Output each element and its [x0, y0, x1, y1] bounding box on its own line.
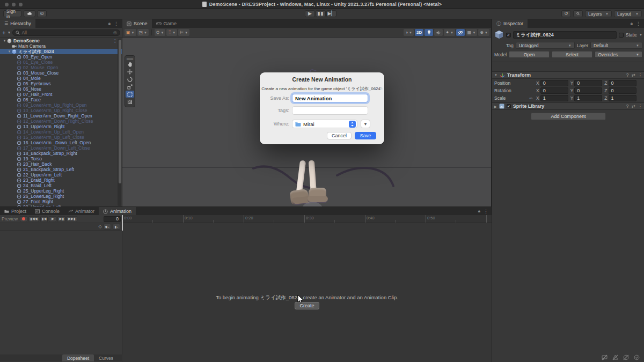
- prev-key-button[interactable]: ▮◀: [40, 216, 48, 222]
- hierarchy-item-row[interactable]: 09_LowerArm_Up_Right_Open: [0, 102, 122, 108]
- rect-tool-button[interactable]: [126, 91, 134, 98]
- transform-component-header[interactable]: ▼ Transform ? ⇄ ⋮: [492, 71, 644, 79]
- tab-inspector[interactable]: ⓘ Inspector: [492, 19, 528, 28]
- hierarchy-item-row[interactable]: 21_Backpack_Strap_Left: [0, 167, 122, 172]
- layer-dropdown[interactable]: Default▼: [590, 42, 642, 49]
- move-tool-button[interactable]: [126, 68, 134, 75]
- dopesheet-button[interactable]: Dopesheet: [62, 354, 94, 361]
- add-keyframe-button[interactable]: ◆₊: [104, 224, 111, 230]
- pause-button[interactable]: ▮▮: [316, 10, 326, 17]
- model-select-button[interactable]: Select: [552, 51, 592, 58]
- shading-mode-dropdown[interactable]: ◑▼: [404, 29, 414, 36]
- frame-field[interactable]: 0: [104, 216, 121, 222]
- hierarchy-item-row[interactable]: 13_UpperArm_Right: [0, 124, 122, 129]
- hierarchy-item-row[interactable]: 26_LowerLeg_Right: [0, 194, 122, 199]
- tab-project[interactable]: Project: [0, 207, 31, 216]
- scale-y-field[interactable]: 1: [574, 95, 602, 101]
- gizmos-dropdown[interactable]: ⊕▼: [478, 29, 489, 36]
- hierarchy-item-row[interactable]: 16_LowerArm _Down_Left_Open: [0, 140, 122, 145]
- cancel-button[interactable]: Cancel: [327, 132, 352, 139]
- position-z-field[interactable]: 0: [609, 80, 636, 86]
- lock-icon[interactable]: 🔒︎: [478, 209, 480, 214]
- rotation-y-field[interactable]: 0: [574, 87, 602, 94]
- lock-icon[interactable]: 🔒︎: [108, 21, 111, 26]
- save-button[interactable]: Save: [355, 132, 376, 139]
- sign-in-button[interactable]: Sign in: [3, 10, 21, 17]
- overrides-dropdown[interactable]: Overrides▼: [595, 51, 642, 58]
- hierarchy-item-row[interactable]: 24_Braid_Left: [0, 183, 122, 188]
- hierarchy-item-row[interactable]: 15_LowerArm_Up_Left_Close: [0, 135, 122, 140]
- help-icon[interactable]: ?: [626, 104, 629, 109]
- hierarchy-scene-row[interactable]: ▼DemoScene⋮: [0, 38, 122, 43]
- hierarchy-item-row[interactable]: 14_LowerArm_Up_Left_Open: [0, 129, 122, 135]
- snap-increment-dropdown[interactable]: ⊨▼: [178, 29, 189, 36]
- play-button[interactable]: ▶: [305, 10, 315, 17]
- hierarchy-item-row[interactable]: 18_Backpack_Strap_Right: [0, 151, 122, 156]
- hierarchy-item-row[interactable]: 19_Torso: [0, 156, 122, 161]
- hierarchy-item-row[interactable]: 12_LowerArm_Down_Right_Close: [0, 119, 122, 124]
- component-enabled-checkbox[interactable]: ✓: [507, 104, 511, 108]
- scale-tool-button[interactable]: [126, 83, 134, 90]
- first-key-button[interactable]: ▮◀◀: [28, 216, 39, 222]
- scale-z-field[interactable]: 1: [609, 95, 636, 101]
- kebab-menu-icon[interactable]: ⋮: [484, 209, 488, 214]
- where-dropdown[interactable]: Mirai: [292, 120, 357, 128]
- hierarchy-item-row[interactable]: 03_Mouse_Close: [0, 70, 122, 76]
- hierarchy-item-row[interactable]: 22_UpperArm_Left: [0, 172, 122, 178]
- hierarchy-item-row[interactable]: 06_Nose: [0, 86, 122, 92]
- search-button[interactable]: [573, 10, 583, 17]
- presets-icon[interactable]: ⇄: [631, 104, 635, 109]
- hierarchy-item-row[interactable]: 08_Face: [0, 97, 122, 102]
- window-controls[interactable]: [5, 3, 23, 6]
- audio-toggle-button[interactable]: [434, 29, 443, 36]
- add-component-button[interactable]: Add Component: [531, 113, 606, 120]
- kebab-menu-icon[interactable]: ⋮: [113, 39, 117, 43]
- check-circle-icon[interactable]: [634, 354, 640, 360]
- visibility-toggle-button[interactable]: [456, 29, 465, 36]
- hierarchy-item-row[interactable]: Main Camera: [0, 43, 122, 49]
- next-key-button[interactable]: ▶▮: [57, 216, 65, 222]
- chevron-down-icon[interactable]: ▼: [639, 33, 642, 36]
- record-button[interactable]: [20, 216, 27, 222]
- timeline-ruler[interactable]: 0:000:100:200:300:400:50: [122, 215, 492, 223]
- foldout-open-icon[interactable]: ▼: [2, 39, 7, 42]
- presets-icon[interactable]: ⇄: [631, 72, 635, 78]
- scale-x-field[interactable]: 1: [540, 95, 568, 101]
- save-as-input[interactable]: New Animation: [292, 94, 368, 102]
- object-name-field[interactable]: ミライ試作_0624: [513, 31, 617, 39]
- tab-animator[interactable]: Animator: [64, 207, 99, 216]
- step-button[interactable]: ▶▏: [326, 10, 336, 17]
- play-animation-button[interactable]: ▶: [49, 216, 56, 222]
- kebab-menu-icon[interactable]: ⋮: [638, 104, 643, 109]
- hierarchy-item-row[interactable]: 00_Eye_Open: [0, 54, 122, 60]
- transform-tool-button[interactable]: [126, 98, 134, 105]
- hierarchy-item-row[interactable]: 27_Foot_Right: [0, 199, 122, 204]
- hierarchy-item-row[interactable]: 17_LowerArm_Down_Left_Close: [0, 145, 122, 151]
- hierarchy-item-row[interactable]: 23_Braid_Right: [0, 178, 122, 183]
- expand-dialog-button[interactable]: ▼: [361, 120, 370, 128]
- last-key-button[interactable]: ▶▶▮: [67, 216, 77, 222]
- foldout-closed-icon[interactable]: ▶: [494, 105, 497, 108]
- kebab-menu-icon[interactable]: ⋮: [636, 21, 641, 26]
- add-object-button[interactable]: +: [2, 29, 5, 36]
- lock-icon[interactable]: 🔒︎: [631, 21, 633, 26]
- tab-hierarchy[interactable]: ☰ Hierarchy: [0, 19, 35, 28]
- hierarchy-item-row[interactable]: 11_LowerArm_Down_Right_Open: [0, 113, 122, 119]
- position-x-field[interactable]: 0: [540, 80, 568, 86]
- undo-history-button[interactable]: ↺: [561, 10, 571, 17]
- zoom-window-icon[interactable]: [19, 3, 23, 6]
- rotation-x-field[interactable]: 0: [540, 87, 568, 94]
- static-checkbox[interactable]: [619, 33, 624, 38]
- active-checkbox[interactable]: ✓: [506, 33, 511, 38]
- chevron-down-icon[interactable]: ▼: [7, 31, 11, 34]
- rotation-z-field[interactable]: 0: [609, 87, 636, 94]
- link-scale-icon[interactable]: ∞: [528, 96, 534, 101]
- kebab-menu-icon[interactable]: ⋮: [114, 21, 119, 26]
- position-y-field[interactable]: 0: [574, 80, 602, 86]
- hierarchy-scrollbar-thumb[interactable]: [119, 40, 121, 183]
- cloud-button[interactable]: [24, 10, 35, 17]
- 2d-toggle-button[interactable]: 2D: [415, 29, 423, 36]
- hierarchy-item-row[interactable]: 25_UpperLeg_Right: [0, 188, 122, 194]
- pivot-dropdown[interactable]: ⛭▼: [155, 29, 165, 36]
- muted-warning-icon[interactable]: [612, 354, 618, 360]
